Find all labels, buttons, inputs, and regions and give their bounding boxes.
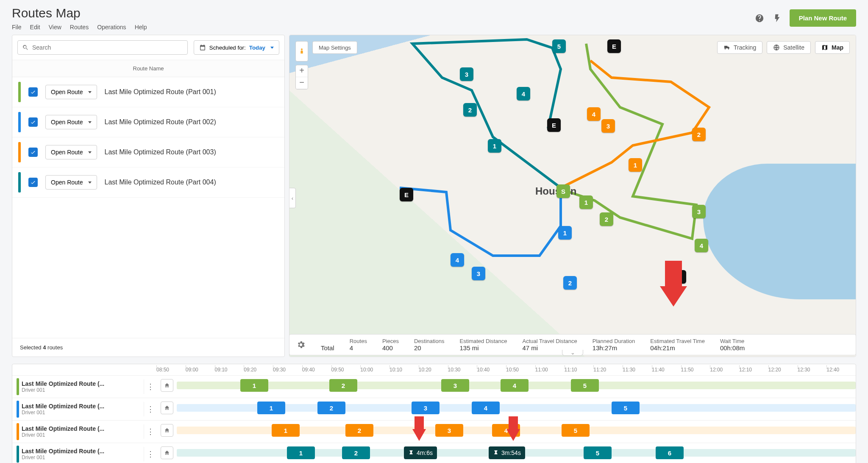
waypoint-end[interactable]: E [607, 39, 621, 53]
waypoint[interactable]: 5 [552, 39, 566, 53]
search-input-wrapper[interactable] [17, 40, 188, 55]
waypoint[interactable]: 3 [601, 119, 615, 133]
map-settings-button[interactable]: Map Settings [312, 41, 357, 54]
routes-sidebar: Scheduled for: Today Route Name Open Rou… [12, 35, 285, 357]
timeline-stop[interactable]: 5 [584, 446, 612, 459]
timeline-tick: 09:30 [273, 367, 302, 373]
timeline-stop[interactable]: 2 [345, 424, 373, 437]
route-checkbox[interactable] [28, 148, 38, 157]
map-city-label: Houston [535, 185, 576, 197]
menu-operations[interactable]: Operations [97, 24, 126, 31]
waypoint[interactable]: 3 [460, 67, 473, 81]
waypoint[interactable]: 3 [692, 205, 706, 218]
waypoint[interactable]: 2 [600, 212, 613, 226]
satellite-toggle[interactable]: Satellite [767, 41, 811, 54]
waypoint[interactable]: 2 [563, 276, 577, 290]
waypoint[interactable]: 4 [587, 107, 601, 121]
timeline-stop[interactable]: 5 [562, 424, 590, 437]
open-route-button[interactable]: Open Route [45, 115, 97, 129]
timeline-stop[interactable]: 1 [272, 424, 300, 437]
waypoint[interactable]: 1 [629, 158, 642, 172]
timeline-tick: 10:10 [389, 367, 419, 373]
timeline-tick: 12:10 [739, 367, 768, 373]
home-icon[interactable] [161, 402, 173, 414]
waypoint-start[interactable]: S [556, 184, 570, 198]
route-checkbox[interactable] [28, 87, 38, 97]
timeline-stop[interactable]: 1 [257, 402, 285, 414]
route-row[interactable]: Open Route Last Mile Optimized Route (Pa… [12, 107, 284, 137]
timeline-stop[interactable]: 2 [317, 402, 345, 414]
scheduled-for-button[interactable]: Scheduled for: Today [194, 40, 279, 55]
route-row[interactable]: Open Route Last Mile Optimized Route (Pa… [12, 167, 284, 198]
kebab-icon[interactable]: ⋮ [144, 447, 152, 461]
plan-new-route-button[interactable]: Plan New Route [790, 9, 856, 27]
collapse-sidebar-button[interactable]: ‹ [289, 188, 296, 208]
menu-help[interactable]: Help [135, 24, 147, 31]
timeline-stop[interactable]: 2 [342, 446, 370, 459]
route-checkbox[interactable] [28, 178, 38, 187]
gear-icon[interactable] [296, 340, 306, 349]
map-view-toggle[interactable]: Map [815, 41, 850, 54]
menu-edit[interactable]: Edit [30, 24, 40, 31]
map-panel[interactable]: Houston S 1 2 3 4 1 2 3 4 E 1 2 3 4 5 E … [289, 35, 856, 357]
kebab-icon[interactable]: ⋮ [144, 424, 152, 439]
route-row[interactable]: Open Route Last Mile Optimized Route (Pa… [12, 137, 284, 167]
open-route-button[interactable]: Open Route [45, 145, 97, 159]
timeline-stop[interactable]: 6 [656, 446, 684, 459]
menu-view[interactable]: View [49, 24, 61, 31]
waypoint[interactable]: 1 [488, 139, 501, 153]
timeline-route-title: Last Mile Optimized Route (... [22, 403, 141, 410]
timeline-stop[interactable]: 3 [435, 424, 463, 437]
timeline-tick: 11:30 [623, 367, 652, 373]
home-icon[interactable] [161, 424, 173, 437]
waypoint[interactable]: 4 [451, 253, 464, 267]
svg-point-0 [301, 48, 303, 50]
waypoint[interactable]: 4 [695, 239, 708, 252]
timeline-driver: Driver 001 [22, 410, 141, 416]
waypoint-end[interactable]: E [400, 188, 413, 201]
home-icon[interactable] [161, 446, 173, 459]
waypoint[interactable]: 1 [558, 226, 572, 240]
timeline-stop[interactable]: 4 [501, 379, 529, 392]
bolt-icon[interactable] [772, 13, 783, 24]
timeline-stop[interactable]: 5 [612, 402, 640, 414]
route-name-label: Last Mile Optimized Route (Part 001) [105, 88, 216, 96]
timeline-stop[interactable]: 3 [412, 402, 440, 414]
timeline-tick: 10:40 [477, 367, 506, 373]
kebab-icon[interactable]: ⋮ [144, 379, 152, 394]
route-checkbox[interactable] [28, 117, 38, 127]
open-route-button[interactable]: Open Route [45, 175, 97, 190]
expand-stats-button[interactable]: ⌄ [562, 350, 583, 356]
timeline-wait-chip[interactable]: 3m:54s [489, 446, 525, 459]
kebab-icon[interactable]: ⋮ [144, 402, 152, 416]
waypoint[interactable]: 1 [579, 195, 593, 209]
timeline-stop[interactable]: 1 [287, 446, 315, 459]
help-icon[interactable] [754, 13, 765, 24]
waypoint[interactable]: 4 [517, 87, 530, 100]
tracking-toggle[interactable]: Tracking [717, 41, 762, 54]
open-route-button[interactable]: Open Route [45, 85, 97, 99]
timeline-stop[interactable]: 5 [571, 379, 599, 392]
waypoint[interactable]: 3 [472, 267, 485, 280]
route-color-stripe [18, 82, 21, 102]
timeline-wait-chip[interactable]: 4m:6s [404, 446, 437, 459]
streetview-icon[interactable] [295, 41, 308, 61]
menu-file[interactable]: File [12, 24, 22, 31]
home-icon[interactable] [161, 379, 173, 392]
timeline-stop[interactable]: 2 [329, 379, 357, 392]
zoom-out-button[interactable]: − [296, 77, 308, 89]
route-color-stripe [17, 401, 19, 418]
waypoint[interactable]: 2 [692, 128, 706, 141]
waypoint-end[interactable]: E [547, 118, 561, 132]
timeline-tick: 12:40 [826, 367, 856, 373]
timeline-stop[interactable]: 1 [240, 379, 268, 392]
timeline-stop[interactable]: 3 [441, 379, 469, 392]
timeline-tick: 09:20 [244, 367, 273, 373]
timeline-tick: 11:20 [593, 367, 623, 373]
waypoint[interactable]: 2 [463, 103, 477, 117]
timeline-stop[interactable]: 4 [472, 402, 500, 414]
route-row[interactable]: Open Route Last Mile Optimized Route (Pa… [12, 77, 284, 107]
zoom-in-button[interactable]: + [296, 65, 308, 77]
search-input[interactable] [32, 44, 183, 51]
menu-routes[interactable]: Routes [70, 24, 89, 31]
